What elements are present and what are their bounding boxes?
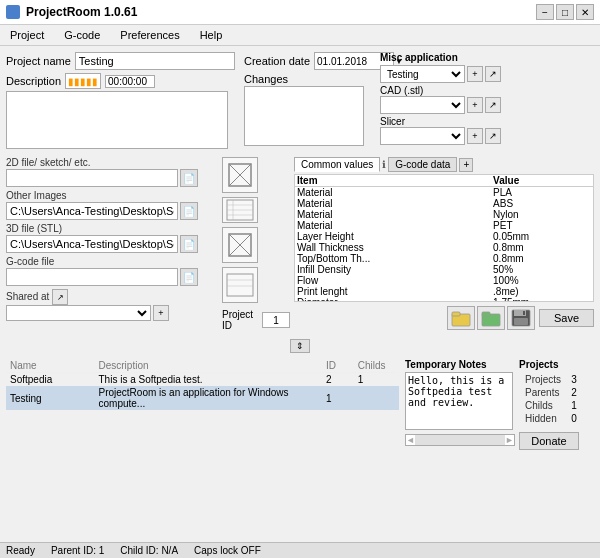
projects-stats-table: Projects3Parents2Childs1Hidden0 <box>519 372 583 426</box>
status-parent-id: Parent ID: 1 <box>51 545 104 556</box>
other-images-label: Other Images <box>6 190 218 201</box>
changes-label: Changes <box>244 73 288 85</box>
table-row[interactable]: Layer Height0.05mm <box>295 231 593 242</box>
misc-app-open-btn[interactable]: ↗ <box>485 66 501 82</box>
shared-section: Shared at ↗ + <box>6 289 218 321</box>
thumb-1[interactable] <box>222 157 258 193</box>
table-row[interactable]: Wall Thickness0.8mm <box>295 242 593 253</box>
title-bar: ProjectRoom 1.0.61 − □ ✕ <box>0 0 600 25</box>
shared-select[interactable] <box>6 305 151 321</box>
slicer-label: Slicer <box>380 116 594 127</box>
thumb-2[interactable] <box>222 197 258 223</box>
table-row[interactable]: Flow100% <box>295 275 593 286</box>
gcode-file-input[interactable] <box>6 268 178 286</box>
table-row[interactable]: Print lenght.8me) <box>295 286 593 297</box>
app-icon <box>6 5 20 19</box>
slicer-add-btn[interactable]: + <box>467 128 483 144</box>
shared-link-btn[interactable]: ↗ <box>52 289 68 305</box>
gcode-file-label: G-code file <box>6 256 218 267</box>
save-area: Save <box>294 306 594 330</box>
menu-preferences[interactable]: Preferences <box>116 27 183 43</box>
list-item[interactable]: TestingProjectRoom is an application for… <box>6 386 399 410</box>
right-data-panel: Common values ℹ G-code data + Item Value <box>294 157 594 330</box>
bottom-section: Name Description ID Childs SoftpediaThis… <box>6 359 594 450</box>
2d-file-browse-btn[interactable]: 📄 <box>180 169 198 187</box>
table-row[interactable]: Diameter1.75mm <box>295 297 593 302</box>
maximize-button[interactable]: □ <box>556 4 574 20</box>
cad-add-btn[interactable]: + <box>467 97 483 113</box>
save-button[interactable]: Save <box>539 309 594 327</box>
temp-notes-label: Temporary Notes <box>405 359 515 370</box>
menu-project[interactable]: Project <box>6 27 48 43</box>
item-col-header: Item <box>295 175 491 187</box>
3d-file-browse-btn[interactable]: 📄 <box>180 235 198 253</box>
changes-section: Changes <box>244 73 374 148</box>
gcode-file-section: G-code file 📄 <box>6 256 218 286</box>
close-button[interactable]: ✕ <box>576 4 594 20</box>
expand-btn[interactable]: ⇕ <box>290 339 310 353</box>
temp-notes-panel: Temporary Notes ◄ ► <box>405 359 515 450</box>
gcode-add-btn[interactable]: + <box>459 158 473 172</box>
2d-file-label: 2D file/ sketch/ etc. <box>6 157 218 168</box>
table-row[interactable]: MaterialNylon <box>295 209 593 220</box>
stats-row: Hidden0 <box>521 413 581 424</box>
menu-help[interactable]: Help <box>196 27 227 43</box>
timer-indicator: ▮▮▮▮▮ <box>65 73 101 89</box>
window-controls: − □ ✕ <box>536 4 594 20</box>
svg-rect-11 <box>227 274 253 296</box>
2d-file-section: 2D file/ sketch/ etc. 📄 <box>6 157 218 187</box>
3d-file-section: 3D file (STL) 📄 <box>6 223 218 253</box>
project-name-input[interactable] <box>75 52 235 70</box>
temp-notes-textarea[interactable] <box>405 372 513 430</box>
thumb-4[interactable] <box>222 267 258 303</box>
save-folder2-btn[interactable] <box>477 306 505 330</box>
list-item[interactable]: SoftpediaThis is a Softpedia test.21 <box>6 373 399 387</box>
project-id-input[interactable] <box>262 312 290 328</box>
table-row[interactable]: MaterialPET <box>295 220 593 231</box>
cad-select[interactable] <box>380 96 465 114</box>
2d-file-input[interactable] <box>6 169 178 187</box>
misc-section: Misc application Testing + ↗ CAD (.stl) … <box>380 52 594 147</box>
save-folder-btn[interactable] <box>447 306 475 330</box>
right-bottom-panel: Temporary Notes ◄ ► Projects Projects3Pa… <box>405 359 594 450</box>
gcode-file-browse-btn[interactable]: 📄 <box>180 268 198 286</box>
other-images-section: Other Images 📄 <box>6 190 218 220</box>
cad-label: CAD (.stl) <box>380 85 594 96</box>
menu-gcode[interactable]: G-code <box>60 27 104 43</box>
left-top-panel: Project name Description ▮▮▮▮▮ 00:00:00 <box>6 52 238 151</box>
table-row[interactable]: MaterialPLA <box>295 187 593 199</box>
table-row[interactable]: Infill Density50% <box>295 264 593 275</box>
save-icons-row <box>447 306 535 330</box>
list-col-childs: Childs <box>354 359 399 373</box>
stats-row: Parents2 <box>521 387 581 398</box>
misc-app-select[interactable]: Testing <box>380 65 465 83</box>
cad-open-btn[interactable]: ↗ <box>485 97 501 113</box>
table-row[interactable]: MaterialABS <box>295 198 593 209</box>
tab-common-values[interactable]: Common values <box>294 157 380 172</box>
temp-notes-scrollbar[interactable]: ◄ ► <box>405 434 515 446</box>
status-child-id: Child ID: N/A <box>120 545 178 556</box>
slicer-open-btn[interactable]: ↗ <box>485 128 501 144</box>
donate-button[interactable]: Donate <box>519 432 579 450</box>
description-label: Description <box>6 75 61 87</box>
slicer-select[interactable] <box>380 127 465 145</box>
common-values-info-icon[interactable]: ℹ <box>382 159 386 170</box>
list-table: Name Description ID Childs SoftpediaThis… <box>6 359 399 410</box>
3d-file-input[interactable] <box>6 235 178 253</box>
misc-app-add-btn[interactable]: + <box>467 66 483 82</box>
shared-add-btn[interactable]: + <box>153 305 169 321</box>
description-textarea[interactable] <box>6 91 228 149</box>
other-images-browse-btn[interactable]: 📄 <box>180 202 198 220</box>
misc-app-title: Misc application <box>380 52 594 63</box>
svg-rect-21 <box>523 311 525 315</box>
expand-divider: ⇕ <box>6 337 594 353</box>
save-disk-btn[interactable] <box>507 306 535 330</box>
tab-gcode-data[interactable]: G-code data <box>388 157 457 172</box>
other-images-input[interactable] <box>6 202 178 220</box>
status-ready: Ready <box>6 545 35 556</box>
svg-rect-15 <box>452 312 460 316</box>
minimize-button[interactable]: − <box>536 4 554 20</box>
table-row[interactable]: Top/Bottom Th...0.8mm <box>295 253 593 264</box>
thumb-3[interactable] <box>222 227 258 263</box>
changes-textarea[interactable] <box>244 86 364 146</box>
